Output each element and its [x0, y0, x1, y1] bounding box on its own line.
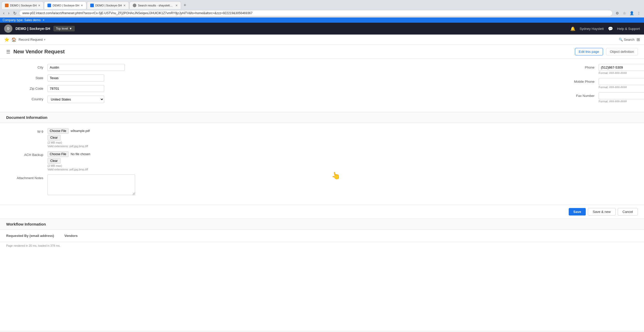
user-name[interactable]: Sydney Hayslett: [580, 27, 604, 31]
save-new-button[interactable]: Save & new: [588, 208, 615, 215]
tab-4-close[interactable]: ×: [176, 3, 178, 7]
tab-1-favicon: [5, 4, 9, 7]
tab-bar: DEMO | Sockeye-SH × DEMO | Sockeye-SH × …: [0, 0, 644, 9]
zip-row: Zip Code: [6, 85, 555, 92]
ach-filename: No file chosen: [71, 152, 90, 156]
ach-choose-file-button[interactable]: Choose File: [47, 151, 69, 157]
search-button[interactable]: 🔍 Search: [619, 38, 634, 42]
search-label: Search: [624, 38, 634, 42]
w9-file-row: Choose File w9sample.pdf: [47, 128, 638, 134]
document-section-header: Document Information: [0, 112, 644, 123]
footer-text: Page rendered in 20 ms, loaded in 378 ms…: [6, 244, 60, 247]
chat-icon[interactable]: 💬: [608, 26, 613, 31]
w9-choose-file-button[interactable]: Choose File: [47, 128, 69, 134]
notes-field: [47, 175, 638, 196]
mobile-phone-format: Format: ###-###-####: [599, 86, 644, 89]
country-row: Country United States Canada Mexico Unit…: [6, 96, 555, 103]
fax-field: Format: ###-###-####: [599, 92, 644, 103]
new-tab-button[interactable]: +: [181, 2, 188, 9]
action-bar: Save Save & new Cancel: [0, 205, 644, 219]
address-bar[interactable]: www-p02.intacct.com/ia/acct/frameset.pht…: [19, 10, 613, 16]
ach-extensions-hint: Valid extensions: pdf,jpg,bmp,tiff: [47, 168, 638, 171]
ach-file-row: Choose File No file chosen: [47, 151, 638, 157]
home-house-icon[interactable]: 🏠: [11, 37, 16, 42]
tab-3-label: DEMO | Sockeye-SH: [95, 4, 122, 7]
city-input[interactable]: [47, 64, 125, 71]
zip-label: Zip Code: [6, 85, 47, 90]
app-name: DEMO | Sockeye-SH: [15, 27, 50, 31]
help-link[interactable]: Help & Support: [617, 27, 640, 31]
breadcrumb[interactable]: Record Request ▾: [19, 38, 46, 42]
cancel-button[interactable]: Cancel: [618, 208, 638, 215]
phone-row: Phone Format: ###-###-####: [568, 64, 638, 74]
tab-3-close[interactable]: ×: [123, 3, 126, 7]
edit-page-button[interactable]: Edit this page: [575, 48, 603, 55]
top-level-arrow: ▼: [69, 27, 72, 30]
w9-clear-button[interactable]: Clear: [47, 135, 61, 140]
forward-button[interactable]: ›: [7, 10, 10, 16]
company-bar: Company type: Sales demo ×: [0, 18, 644, 23]
mobile-phone-label: Mobile Phone: [568, 78, 599, 84]
tab-4-favicon: [133, 4, 136, 7]
refresh-button[interactable]: ↻: [12, 10, 18, 16]
company-bar-close[interactable]: ×: [43, 18, 44, 22]
tab-1-close[interactable]: ×: [38, 3, 40, 7]
tab-1[interactable]: DEMO | Sockeye-SH ×: [2, 2, 44, 9]
ach-clear-button[interactable]: Clear: [47, 158, 61, 164]
tab-2-close[interactable]: ×: [81, 3, 83, 7]
address-column: City State Zip Code: [0, 59, 562, 112]
mobile-phone-input[interactable]: [599, 78, 644, 85]
tab-4[interactable]: Search results - shayslettatsockr... ×: [129, 2, 181, 9]
w9-extensions-hint: Valid extensions: pdf,jpg,bmp,tiff: [47, 145, 638, 148]
workflow-columns: Requested By (email address) Vendors: [6, 234, 638, 238]
bookmark-icon[interactable]: ⊞: [637, 37, 640, 42]
tab-2[interactable]: DEMO | Sockeye-SH ×: [44, 2, 86, 9]
address-form: City State Zip Code: [0, 59, 562, 112]
country-select[interactable]: United States Canada Mexico United Kingd…: [47, 96, 104, 103]
notes-label: Attachment Notes: [6, 175, 47, 180]
page-title: New Vendor Request: [13, 49, 572, 55]
phone-field: Format: ###-###-####: [599, 64, 644, 74]
w9-field: Choose File w9sample.pdf Clear (2 MB max…: [47, 128, 638, 148]
country-label: Country: [6, 96, 47, 101]
notes-textarea[interactable]: [47, 175, 135, 195]
mobile-phone-row: Mobile Phone Format: ###-###-####: [568, 78, 638, 89]
breadcrumb-label: Record Request: [19, 38, 43, 42]
extensions-icon[interactable]: ⚙: [614, 10, 620, 16]
menu-icon[interactable]: ⋮: [636, 10, 642, 16]
fax-format: Format: ###-###-####: [599, 100, 644, 103]
w9-size-hint: (2 MB max): [47, 141, 638, 144]
toolbar-icons: ⚙ ☆ 👤 ⋮: [614, 10, 642, 16]
workflow-section-header: Workflow Information: [0, 219, 644, 230]
home-icon[interactable]: ⭐: [4, 37, 9, 42]
w9-label: W-9: [6, 128, 47, 134]
top-level-label: Top level: [56, 27, 68, 30]
ach-size-hint: (2 MB max): [47, 164, 638, 167]
w9-filename: w9sample.pdf: [71, 129, 90, 133]
ach-field: Choose File No file chosen Clear (2 MB m…: [47, 151, 638, 171]
fax-label: Fax Number: [568, 92, 599, 98]
ach-label: ACH Backup: [6, 151, 47, 157]
app-header: D DEMO | Sockeye-SH Top level ▼ 🔔 Sydney…: [0, 23, 644, 35]
zip-input[interactable]: [47, 85, 104, 92]
phone-input[interactable]: [599, 64, 644, 71]
fax-input[interactable]: [599, 92, 644, 99]
nav-bar: ⭐ 🏠 Record Request ▾ 🔍 Search ⊞: [0, 35, 644, 45]
notification-icon[interactable]: 🔔: [570, 26, 575, 31]
tab-3[interactable]: DEMO | Sockeye-SH ×: [87, 2, 129, 9]
hamburger-icon[interactable]: ☰: [6, 49, 10, 55]
object-definition-button[interactable]: Object definition: [606, 48, 638, 55]
state-input[interactable]: [47, 74, 104, 81]
top-level-button[interactable]: Top level ▼: [53, 26, 75, 31]
workflow-section: Requested By (email address) Vendors: [0, 230, 644, 242]
profile-icon[interactable]: 👤: [629, 10, 635, 16]
address-phone-section: City State Zip Code: [0, 59, 644, 112]
page-container: ☰ New Vendor Request Edit this page Obje…: [0, 45, 644, 330]
notes-row: Attachment Notes: [6, 175, 638, 196]
browser-chrome: DEMO | Sockeye-SH × DEMO | Sockeye-SH × …: [0, 0, 644, 18]
back-button[interactable]: ‹: [2, 10, 5, 16]
bookmark-icon[interactable]: ☆: [621, 10, 628, 16]
requested-by-label: Requested By (email address): [6, 234, 54, 238]
save-button[interactable]: Save: [569, 208, 586, 215]
app-logo-text: D: [7, 27, 10, 30]
